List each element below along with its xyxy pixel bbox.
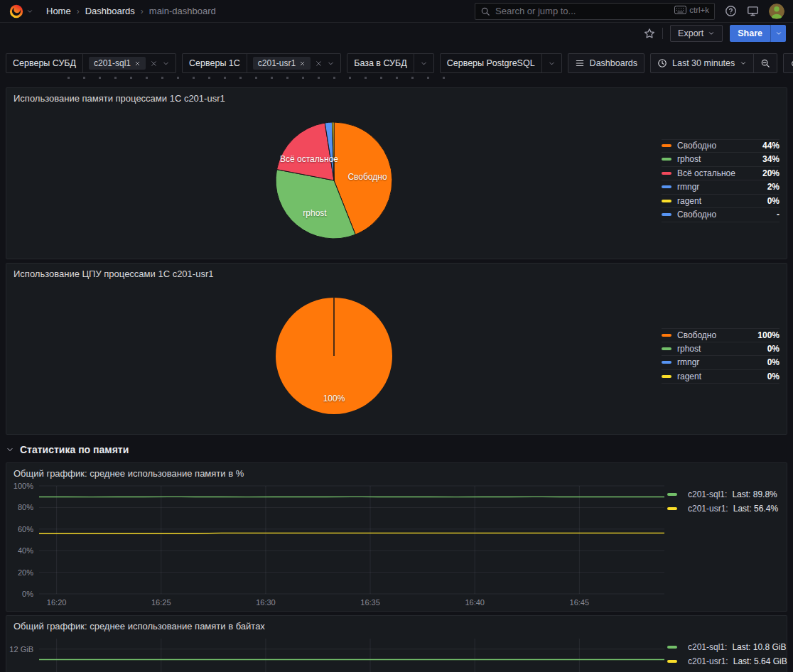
time-range-picker[interactable]: Last 30 minutes — [651, 54, 753, 72]
memory-bytes-chart[interactable]: 8 GiB12 GiB16:2016:2516:3016:3516:4016:4… — [6, 632, 667, 672]
panel-title[interactable]: Общий граффик: среднее использование пам… — [6, 616, 787, 632]
grafana-menu-toggle[interactable] — [9, 4, 33, 19]
breadcrumb-separator: › — [77, 6, 80, 16]
chevron-down-icon[interactable] — [162, 60, 170, 67]
variable-select[interactable] — [542, 54, 561, 72]
search-icon — [480, 6, 490, 16]
refresh-button[interactable]: Refresh — [784, 54, 793, 72]
variable-select[interactable]: c201-sql1 — [83, 54, 176, 72]
legend-row[interactable]: Всё остальное 20% — [662, 167, 779, 181]
dashboards-button[interactable]: Dashboards — [568, 53, 644, 73]
legend-label[interactable]: ragent — [677, 372, 767, 381]
legend-value: 0% — [767, 344, 779, 354]
chevron-down-icon[interactable] — [548, 60, 556, 67]
chevron-down-icon — [775, 30, 782, 37]
variable-value-chip[interactable]: c201-usr1 — [253, 57, 311, 70]
legend-color — [667, 646, 677, 649]
legend-row[interactable]: Свободно - — [662, 208, 779, 222]
legend-row[interactable]: Свободно 100% — [662, 328, 779, 342]
svg-text:16:35: 16:35 — [360, 598, 380, 607]
nav-icons — [725, 4, 784, 19]
export-button[interactable]: Export — [670, 25, 723, 42]
avatar[interactable] — [769, 4, 784, 19]
clear-icon[interactable] — [150, 60, 158, 67]
legend-row[interactable]: rphost 34% — [662, 153, 779, 167]
variables-row: Серверы СУБД c201-sql1 Серверы 1С c201-u… — [6, 53, 787, 73]
legend-label[interactable]: Свободно — [677, 330, 757, 340]
panel-cpu-pie: Использование ЦПУ процессами 1С c201-usr… — [6, 263, 787, 435]
panel-title[interactable]: Использование ЦПУ процессами 1С c201-usr… — [6, 264, 787, 279]
remove-value-icon[interactable] — [299, 60, 306, 67]
legend-label[interactable]: rmngr — [677, 357, 767, 367]
chevron-down-icon — [708, 30, 715, 37]
legend-label[interactable]: c201-usr1: — [688, 504, 728, 514]
variable-label[interactable]: Серверы 1С — [183, 54, 247, 72]
panel-title[interactable]: Использование памяти процессами 1С c201-… — [6, 88, 787, 104]
chevron-down-icon[interactable] — [420, 60, 428, 67]
share-split-button: Share — [730, 25, 786, 42]
cpu-pie-chart[interactable]: 100% — [274, 296, 394, 416]
svg-text:12 GiB: 12 GiB — [9, 645, 33, 654]
variable-value-chip[interactable]: c201-sql1 — [89, 57, 146, 70]
legend-row[interactable]: Свободно 44% — [662, 139, 779, 153]
panel-title[interactable]: Общий граффик: среднее использование пам… — [6, 463, 787, 479]
legend-label[interactable]: ragent — [677, 196, 767, 206]
star-icon[interactable] — [644, 28, 655, 39]
legend-row[interactable]: rmngr 2% — [662, 180, 779, 195]
keyboard-icon — [674, 6, 686, 14]
variable-label[interactable]: База в СУБД — [347, 54, 414, 72]
legend-row[interactable]: c201-sql1: Last: 10.8 GiB — [667, 640, 784, 654]
legend-label[interactable]: Всё остальное — [677, 168, 762, 178]
legend-color — [662, 200, 671, 202]
breadcrumb-dashboards[interactable]: Dashboards — [85, 6, 135, 16]
legend-label[interactable]: Свободно — [677, 141, 762, 151]
share-label: Share — [738, 28, 762, 38]
section-memory-stats[interactable]: Статистика по памяти — [6, 441, 787, 458]
legend-label[interactable]: Свободно — [677, 210, 777, 220]
clear-icon[interactable] — [315, 60, 323, 67]
legend-color — [662, 347, 671, 350]
help-icon[interactable] — [725, 5, 737, 17]
legend-row[interactable]: ragent 0% — [662, 370, 779, 384]
legend: c201-sql1: Last: 10.8 GiB c201-usr1: Las… — [667, 632, 787, 672]
legend-color — [662, 361, 671, 364]
legend-row[interactable]: rphost 0% — [662, 342, 779, 357]
legend-value: Last: 5.64 GiB — [733, 656, 787, 666]
svg-text:16:45: 16:45 — [570, 598, 590, 607]
share-menu-button[interactable] — [770, 25, 786, 42]
legend-row[interactable]: c201-usr1: Last: 56.4% — [667, 502, 784, 516]
legend-row[interactable]: ragent 0% — [662, 195, 779, 209]
legend-label[interactable]: c201-usr1: — [688, 656, 728, 666]
legend-label[interactable]: rphost — [677, 154, 762, 164]
section-title: Статистика по памяти — [20, 444, 129, 455]
svg-text:0%: 0% — [22, 590, 33, 598]
svg-text:16:30: 16:30 — [256, 598, 276, 607]
variable-label[interactable]: Серверы PostgreSQL — [441, 54, 542, 72]
zoom-out-icon — [760, 58, 770, 68]
variable-select[interactable] — [414, 54, 433, 72]
legend-label[interactable]: c201-sql1: — [688, 642, 727, 652]
memory-pie-chart[interactable]: Свободно rphost Всё остальное — [274, 120, 394, 241]
breadcrumb-home[interactable]: Home — [46, 6, 71, 16]
svg-text:16:20: 16:20 — [47, 598, 67, 607]
monitor-icon[interactable] — [747, 5, 759, 17]
memory-percent-chart[interactable]: 0%20%40%60%80%100%16:2016:2516:3016:3516… — [6, 479, 667, 609]
legend-row[interactable]: c201-usr1: Last: 5.64 GiB — [667, 654, 784, 668]
variable-label[interactable]: Серверы СУБД — [6, 54, 83, 72]
legend-label[interactable]: c201-sql1: — [688, 489, 727, 499]
share-button[interactable]: Share — [730, 25, 770, 42]
pie-slice-label: Всё остальное — [280, 154, 338, 164]
time-picker-group: Last 30 minutes — [650, 53, 777, 73]
legend-label[interactable]: rphost — [677, 344, 767, 354]
variable-select[interactable]: c201-usr1 — [247, 54, 340, 72]
legend-row[interactable]: c201-sql1: Last: 89.8% — [667, 487, 784, 502]
legend-value: 0% — [767, 372, 779, 381]
legend-row[interactable]: rmngr 0% — [662, 356, 779, 370]
breadcrumb: Home › Dashboards › main-dashboard — [46, 6, 216, 16]
legend-label[interactable]: rmngr — [677, 182, 767, 192]
refresh-icon — [790, 59, 793, 68]
zoom-out-button[interactable] — [754, 54, 777, 72]
breadcrumb-separator: › — [141, 6, 144, 16]
remove-value-icon[interactable] — [134, 60, 141, 67]
chevron-down-icon[interactable] — [327, 60, 335, 67]
